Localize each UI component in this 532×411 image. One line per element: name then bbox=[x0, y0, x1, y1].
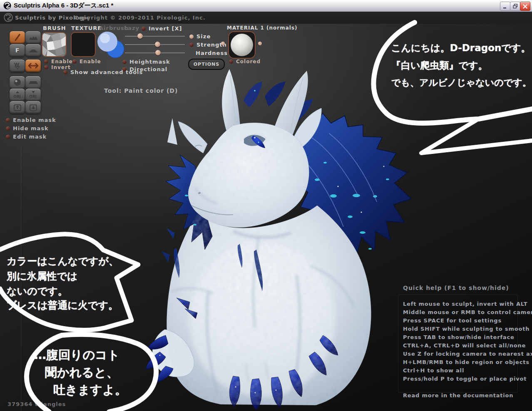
smooth-button[interactable] bbox=[25, 44, 41, 57]
texture-section-label: TEXTURE bbox=[71, 25, 102, 31]
material-section-label: MATERIAL 1 (normals) bbox=[227, 25, 298, 31]
hide-mask-radio bbox=[6, 126, 10, 131]
paint-brush-icon bbox=[13, 33, 22, 42]
quick-help-item: Press TAB to show/hide interface bbox=[403, 334, 515, 340]
minimize-button[interactable] bbox=[500, 2, 510, 11]
texture-enable-label: Enable bbox=[80, 59, 101, 64]
new-plane-button[interactable] bbox=[25, 76, 41, 89]
edit-mask-option[interactable]: Edit mask bbox=[6, 134, 47, 140]
import-obj-icon: OBJ bbox=[12, 90, 23, 99]
flatten-button[interactable]: F bbox=[9, 44, 25, 57]
sculptris-window: Sculptris Alpha 6 - 3Dダース.sc1 * Sculptri… bbox=[0, 0, 532, 411]
brush-section-label: BRUSH bbox=[43, 25, 66, 31]
size-option[interactable]: Size bbox=[189, 33, 211, 40]
brush-enable-option[interactable]: Enable bbox=[44, 59, 73, 64]
window-title: Sculptris Alpha 6 - 3Dダース.sc1 * bbox=[14, 2, 113, 10]
directional-option[interactable]: Directional bbox=[122, 66, 167, 72]
title-bar[interactable]: Sculptris Alpha 6 - 3Dダース.sc1 * bbox=[0, 0, 532, 12]
quick-help-item: Press SPACE for tool settings bbox=[403, 317, 502, 324]
size-slider[interactable] bbox=[125, 36, 185, 37]
hardness-label[interactable]: Hardness bbox=[196, 50, 228, 56]
enable-mask-option[interactable]: Enable mask bbox=[6, 117, 56, 123]
brush-thumbnail[interactable] bbox=[42, 32, 67, 57]
open-file-icon bbox=[13, 103, 22, 111]
new-sphere-button[interactable] bbox=[9, 76, 25, 89]
brush-invert-radio bbox=[44, 65, 48, 69]
bubble2-line2: 別に氷属性では bbox=[7, 270, 77, 283]
brush-enable-radio bbox=[44, 59, 48, 64]
lazy-label[interactable]: Lazy bbox=[124, 25, 139, 31]
quick-help-item: Ctrl+H to show all bbox=[403, 367, 464, 374]
svg-text:OBJ: OBJ bbox=[13, 94, 21, 99]
restore-icon bbox=[513, 4, 518, 9]
symmetry-icon bbox=[28, 62, 39, 69]
material-sphere-preview bbox=[231, 34, 253, 56]
bubble1-line1: こんにちは。D-Dragonです。 bbox=[391, 42, 530, 54]
quick-help-item: Middle mouse or RMB to control camera bbox=[403, 309, 532, 315]
tool-status: Tool: Paint color (D) bbox=[104, 87, 178, 94]
invert-x-option[interactable]: Invert [X] bbox=[142, 25, 182, 32]
import-obj-button[interactable]: OBJ bbox=[9, 88, 25, 102]
save-file-icon bbox=[29, 103, 37, 111]
quick-help-title: Quick help (F1 to show/hide) bbox=[403, 285, 509, 291]
enable-mask-radio bbox=[6, 118, 10, 122]
edit-mask-radio bbox=[6, 135, 10, 139]
export-obj-button[interactable]: OBJ bbox=[25, 88, 41, 102]
wireframe-button[interactable]: W bbox=[9, 59, 25, 72]
texture-enable-radio bbox=[72, 59, 77, 64]
paint-color-picker[interactable] bbox=[97, 31, 126, 59]
options-button[interactable]: OPTIONS bbox=[188, 59, 225, 70]
crease-button[interactable] bbox=[25, 31, 41, 44]
symmetry-button[interactable] bbox=[25, 59, 41, 72]
colored-radio bbox=[229, 59, 233, 64]
bubble3-line1: …腹回りのコト bbox=[34, 347, 120, 364]
options-button-label: OPTIONS bbox=[194, 62, 220, 67]
sculptris-swirl-icon bbox=[3, 2, 11, 10]
strength-slider-knob[interactable] bbox=[155, 42, 160, 47]
quick-help-item: H+LMB/RMB to hide region or objects bbox=[403, 359, 530, 365]
heightmask-radio bbox=[122, 60, 127, 64]
strength-radio bbox=[189, 43, 194, 47]
export-obj-icon: OBJ bbox=[28, 90, 39, 99]
bubble3-line2: 聞かれると、 bbox=[45, 364, 119, 381]
brush-texture-preview bbox=[42, 33, 66, 56]
bubble1-line2: 『白い爬虫類』です。 bbox=[391, 59, 488, 72]
strength-slider[interactable] bbox=[125, 44, 185, 45]
texture-enable-option[interactable]: Enable bbox=[72, 59, 101, 64]
close-icon bbox=[523, 4, 527, 9]
enable-mask-label: Enable mask bbox=[13, 117, 56, 123]
sphere-icon bbox=[13, 78, 22, 87]
colored-option[interactable]: Colored bbox=[229, 59, 261, 64]
hide-mask-label: Hide mask bbox=[13, 125, 49, 131]
quick-help-item: Press/hold P to toggle or place pivot bbox=[403, 376, 527, 382]
triangle-count: 379364 triangles bbox=[7, 401, 66, 407]
heightmask-label: Heightmask bbox=[129, 59, 170, 65]
edit-mask-label: Edit mask bbox=[13, 134, 47, 140]
quick-help-item: CTRL+A, CTRL+D will select all/none bbox=[403, 342, 526, 349]
sculptris-logo-icon bbox=[4, 13, 13, 22]
material-prev-arrow[interactable] bbox=[221, 42, 225, 45]
directional-radio bbox=[122, 67, 127, 72]
bubble2-line4: ブレスは普通に火です。 bbox=[7, 299, 118, 312]
crease-icon bbox=[28, 34, 38, 41]
flatten-icon: F bbox=[15, 47, 20, 54]
paint-brush-button[interactable] bbox=[9, 31, 25, 44]
open-file-button[interactable] bbox=[9, 101, 25, 114]
close-button[interactable] bbox=[520, 2, 530, 11]
directional-label: Directional bbox=[129, 66, 167, 72]
material-next-arrow[interactable] bbox=[258, 42, 262, 45]
hide-mask-option[interactable]: Hide mask bbox=[6, 125, 49, 131]
size-radio bbox=[189, 35, 194, 39]
minimize-icon bbox=[503, 4, 507, 9]
hardness-slider[interactable] bbox=[125, 52, 185, 53]
texture-thumbnail[interactable] bbox=[71, 32, 96, 57]
save-file-button[interactable] bbox=[25, 101, 41, 114]
restore-button[interactable] bbox=[510, 2, 520, 11]
heightmask-option[interactable]: Heightmask bbox=[122, 59, 170, 65]
material-thumbnail[interactable] bbox=[228, 31, 256, 59]
invert-x-radio bbox=[142, 27, 146, 31]
smooth-icon bbox=[28, 47, 38, 54]
quick-help-item: Use Z for locking camera to nearest axis bbox=[403, 351, 532, 357]
quick-help-item: Hold SHIFT while sculpting to smooth bbox=[403, 326, 530, 332]
quick-help-item: Left mouse to sculpt, invert with ALT bbox=[403, 301, 527, 307]
